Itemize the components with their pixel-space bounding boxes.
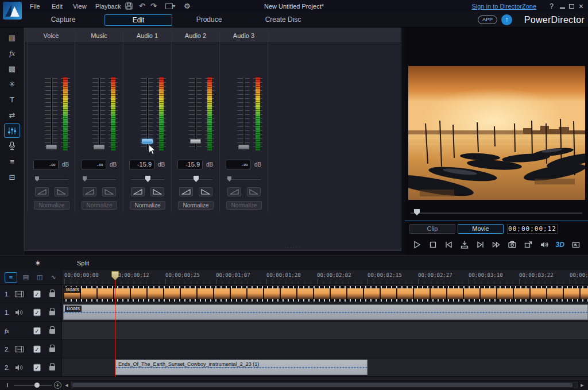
undock-preview-button[interactable] [522,239,535,250]
zoom-slider-handle[interactable] [34,383,40,388]
tab-create-disc[interactable]: Create Disc [251,14,315,26]
pan-slider[interactable] [227,176,261,183]
voiceover-room-button[interactable] [4,139,20,153]
pan-slider[interactable] [131,176,164,183]
chapter-room-button[interactable]: ≡ [4,155,20,169]
fade-in-button[interactable] [35,187,49,196]
gain-slider[interactable] [220,77,268,152]
fade-in-button[interactable] [83,187,96,196]
track-enable-checkbox[interactable]: ✓ [33,308,41,316]
scrollbar-thumb[interactable] [72,383,572,387]
normalize-button[interactable]: Normalize [82,201,117,210]
volume-button[interactable] [538,239,551,250]
track-lock-icon[interactable] [49,292,55,297]
save-icon[interactable] [125,2,133,10]
scroll-right-button[interactable]: ▶ [579,382,586,389]
gain-slider[interactable] [28,77,76,152]
next-frame-button[interactable] [474,239,487,250]
pan-slider[interactable] [35,176,68,183]
track-lock-icon[interactable] [49,366,55,370]
previous-frame-button[interactable] [442,239,455,250]
pip-objects-room-button[interactable]: ▩ [4,61,20,76]
track-audio-2[interactable]: Ends_Of_The_Earth_Sunset_Cowboy_instrume… [62,358,588,377]
normalize-button[interactable]: Normalize [34,201,69,210]
signin-directorzone-link[interactable]: Sign in to DirectorZone [472,0,537,13]
track-lock-icon[interactable] [49,347,55,352]
preview-seek-bar[interactable] [411,213,582,214]
track-enable-checkbox[interactable]: ✓ [33,345,41,353]
pan-handle[interactable] [194,176,199,182]
menu-edit[interactable]: Edit [52,0,63,13]
fade-in-button[interactable] [131,187,145,196]
title-room-button[interactable]: T [4,92,20,107]
minimize-button[interactable] [560,7,565,9]
split-button[interactable]: Split [77,256,89,271]
upload-directorzone-icon[interactable]: ↑ [501,14,512,25]
stop-button[interactable] [427,239,439,250]
gain-handle[interactable] [190,139,201,144]
fade-out-button[interactable] [150,187,164,196]
music-clip[interactable]: Ends_Of_The_Earth_Sunset_Cowboy_instrume… [115,360,368,375]
preview-seek-handle[interactable] [414,209,420,215]
close-button[interactable]: × [579,0,583,13]
app-badge[interactable]: APP [478,16,497,24]
dual-view-button[interactable]: ◫ [33,272,46,283]
track-audio-1[interactable]: Boats [62,303,588,322]
maximize-button[interactable] [569,4,574,9]
fade-out-button[interactable] [55,187,68,196]
gain-handle[interactable] [46,145,57,149]
audio-mixing-room-button[interactable] [4,123,20,138]
clip-mode-button[interactable]: Clip [409,224,455,234]
3d-mode-button[interactable]: 3D [554,239,566,250]
fade-out-button[interactable] [102,187,116,196]
pan-handle[interactable] [35,176,39,182]
timeline-view-button[interactable]: ≡ [5,272,17,283]
aspect-ratio-dropdown[interactable]: ▾ [165,3,181,10]
magic-tools-icon[interactable]: ✶ [34,256,41,271]
timeline-scrollbar[interactable] [71,382,578,388]
gain-slider[interactable] [123,77,172,152]
storyboard-view-button[interactable]: ▤ [20,272,32,283]
fade-out-button[interactable] [247,187,261,196]
play-button[interactable] [411,239,423,250]
normalize-button[interactable]: Normalize [130,201,165,210]
scroll-left-button[interactable]: ◀ [63,382,70,389]
gain-handle[interactable] [142,139,153,144]
gain-slider[interactable] [75,77,123,152]
audio-clip[interactable]: Boats [63,304,588,320]
track-fx[interactable] [62,322,588,340]
pan-handle[interactable] [83,176,87,182]
normalize-button[interactable]: Normalize [178,201,214,210]
settings-gear-icon[interactable]: ⚙ [184,0,191,13]
pan-handle[interactable] [145,176,150,182]
track-video-1[interactable]: Boats [62,285,588,303]
tab-edit[interactable]: Edit [105,14,172,26]
undo-icon[interactable]: ↶ [139,0,145,13]
menu-file[interactable]: File [30,0,40,13]
video-clip[interactable]: Boats [63,286,588,302]
media-room-button[interactable]: ▥ [4,30,20,45]
panel-resize-handle[interactable]: ······ [284,244,301,250]
transition-room-button[interactable]: ⇄ [4,108,20,122]
track-video-2[interactable] [62,340,588,358]
tab-produce[interactable]: Produce [180,14,238,26]
track-enable-checkbox[interactable]: ✓ [33,327,41,334]
capture-range-button[interactable] [458,239,471,250]
pan-handle[interactable] [227,176,231,182]
track-lock-icon[interactable] [49,329,55,334]
timeline-zoom-slider[interactable] [14,385,52,386]
track-enable-checkbox[interactable]: ✓ [33,290,41,298]
help-button[interactable]: ? [550,0,554,13]
normalize-button[interactable]: Normalize [226,201,262,210]
tab-capture[interactable]: Capture [34,14,92,26]
gain-slider[interactable] [172,77,220,152]
audio-view-button[interactable]: ∿ [47,272,60,283]
movie-mode-button[interactable]: Movie [458,224,504,234]
particle-room-button[interactable]: ✳ [4,77,20,91]
pan-slider[interactable] [83,176,116,183]
fast-forward-button[interactable] [490,239,502,250]
fade-in-button[interactable] [227,187,241,196]
track-enable-checkbox[interactable]: ✓ [33,364,41,371]
redo-icon[interactable]: ↷ [150,0,157,13]
gain-handle[interactable] [238,145,249,149]
